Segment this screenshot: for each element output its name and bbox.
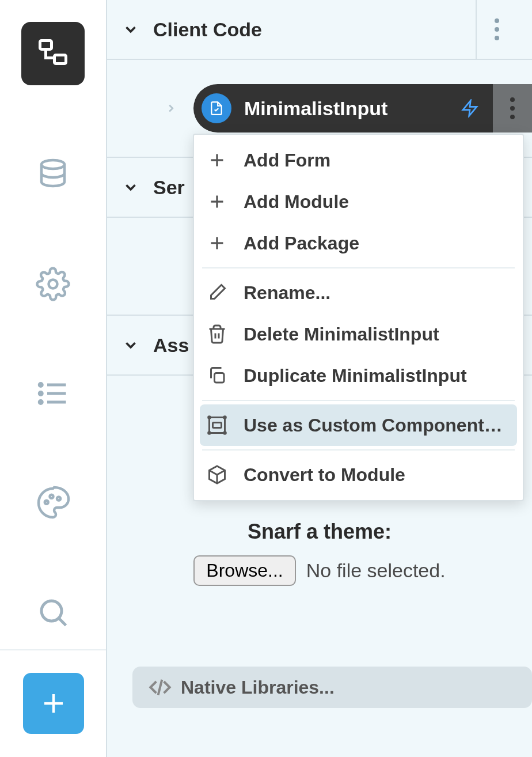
plus-icon (207, 233, 227, 253)
svg-rect-33 (213, 423, 222, 428)
menu-label: Convert to Module (244, 464, 405, 486)
theme-tab[interactable] (21, 471, 85, 535)
svg-point-11 (50, 495, 54, 498)
menu-separator (202, 449, 515, 451)
svg-point-3 (49, 280, 58, 289)
kebab-icon (494, 18, 500, 41)
settings-tab[interactable] (21, 252, 85, 316)
svg-point-7 (39, 384, 42, 387)
svg-point-12 (57, 497, 60, 501)
chevron-down-icon (122, 21, 139, 38)
plus-icon (207, 150, 227, 171)
theme-block: Snarf a theme: Browse... No file selecte… (107, 520, 532, 586)
component-icon (207, 415, 227, 436)
tree-icon (36, 36, 70, 71)
svg-rect-0 (40, 41, 52, 50)
chevron-down-icon (122, 336, 139, 354)
plus-icon (207, 191, 227, 212)
plus-icon (40, 690, 67, 717)
svg-line-14 (59, 619, 66, 626)
svg-rect-1 (55, 55, 66, 64)
svg-point-34 (208, 417, 211, 419)
client-code-menu-button[interactable] (476, 0, 517, 59)
left-rail (0, 0, 107, 757)
svg-point-37 (224, 432, 226, 434)
menu-use-as-custom-component[interactable]: Use as Custom Component… (200, 404, 517, 446)
menu-label: Rename... (244, 282, 330, 304)
section-title: Ass (153, 334, 189, 357)
item-name: MinimalistInput (244, 97, 387, 120)
menu-convert-to-module[interactable]: Convert to Module (194, 454, 523, 495)
svg-point-35 (224, 417, 226, 419)
code-icon (149, 676, 172, 699)
files-tree-tab[interactable] (21, 22, 85, 85)
native-libraries-label: Native Libraries... (181, 677, 335, 698)
browse-button[interactable]: Browse... (193, 555, 295, 586)
menu-label: Add Package (244, 233, 359, 254)
menu-separator (202, 267, 515, 268)
menu-label: Duplicate MinimalistInput (244, 365, 467, 387)
rail-divider (0, 649, 106, 650)
svg-point-13 (41, 601, 62, 621)
chevron-right-icon[interactable] (165, 102, 177, 115)
svg-rect-32 (210, 418, 225, 433)
kebab-icon (510, 97, 515, 120)
selected-form-item[interactable]: MinimalistInput (193, 84, 493, 133)
svg-line-24 (158, 680, 162, 695)
gear-icon (36, 267, 70, 301)
form-file-icon (202, 93, 231, 123)
section-title: Client Code (153, 18, 262, 41)
svg-point-23 (510, 115, 515, 119)
palette-icon (36, 486, 70, 520)
svg-point-9 (39, 401, 42, 404)
svg-point-18 (495, 27, 499, 32)
bolt-icon (461, 99, 479, 118)
svg-point-2 (41, 160, 64, 169)
svg-point-17 (495, 18, 499, 23)
menu-label: Add Module (244, 191, 349, 213)
svg-point-21 (510, 97, 515, 102)
trash-icon (207, 324, 227, 345)
svg-point-36 (208, 432, 211, 434)
item-context-menu: Add Form Add Module Add Package Rename..… (193, 134, 524, 501)
svg-point-22 (510, 106, 515, 111)
duplicate-icon (207, 365, 227, 386)
svg-point-8 (39, 392, 42, 395)
menu-delete[interactable]: Delete MinimalistInput (194, 313, 523, 355)
pencil-icon (207, 282, 227, 303)
search-tab[interactable] (21, 581, 85, 644)
chevron-down-icon (122, 179, 139, 196)
cube-icon (207, 464, 227, 485)
svg-point-19 (495, 36, 499, 40)
svg-rect-31 (215, 373, 225, 383)
file-status: No file selected. (306, 559, 446, 582)
add-button[interactable] (23, 673, 84, 734)
list-tab[interactable] (21, 362, 85, 425)
menu-rename[interactable]: Rename... (194, 272, 523, 313)
section-title: Ser (153, 176, 185, 199)
menu-add-form[interactable]: Add Form (194, 139, 523, 181)
menu-add-package[interactable]: Add Package (194, 222, 523, 264)
client-code-header[interactable]: Client Code (107, 0, 532, 60)
database-tab[interactable] (21, 143, 85, 206)
menu-separator (202, 400, 515, 401)
list-icon (36, 376, 70, 411)
database-icon (36, 157, 70, 192)
menu-label: Use as Custom Component… (244, 415, 503, 436)
svg-point-10 (45, 501, 48, 504)
search-icon (36, 595, 70, 630)
native-libraries-button[interactable]: Native Libraries... (132, 667, 532, 708)
menu-add-module[interactable]: Add Module (194, 181, 523, 222)
item-menu-button[interactable] (493, 84, 532, 133)
menu-label: Delete MinimalistInput (244, 324, 439, 345)
menu-label: Add Form (244, 150, 330, 171)
svg-marker-20 (463, 101, 477, 116)
menu-duplicate[interactable]: Duplicate MinimalistInput (194, 355, 523, 396)
theme-label: Snarf a theme: (107, 520, 532, 544)
